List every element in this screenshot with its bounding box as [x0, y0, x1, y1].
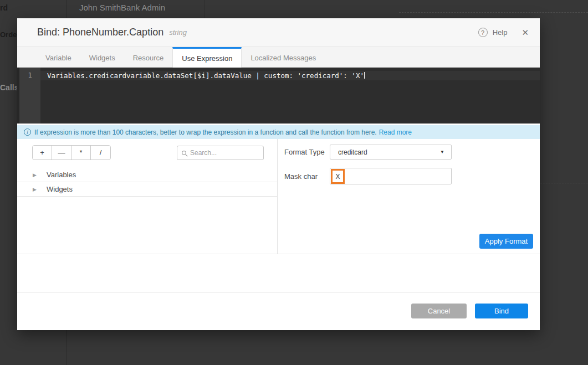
- background-topbar-divider: [204, 0, 204, 18]
- search-icon: [182, 151, 186, 155]
- expression-info-bar: i If expression is more than 100 charact…: [17, 125, 540, 139]
- bind-dialog: Bind: PhoneNumber.Caption string ? Help …: [17, 18, 540, 330]
- help-icon[interactable]: ?: [478, 28, 488, 37]
- minus-operator-button[interactable]: —: [52, 146, 71, 160]
- tab-use-expression[interactable]: Use Expression: [172, 47, 242, 68]
- tree-node-label: Widgets: [47, 185, 73, 193]
- dialog-empty-area: [17, 254, 540, 292]
- tab-widgets[interactable]: Widgets: [80, 47, 124, 67]
- bind-button[interactable]: Bind: [475, 304, 528, 318]
- tab-resource[interactable]: Resource: [124, 47, 173, 67]
- background-sidebar-item-calls: Calls: [0, 83, 18, 92]
- tree-node-widgets[interactable]: ▶ Widgets: [17, 182, 277, 197]
- editor-code-text: Variables.credicardvariable.dataSet[$i].…: [47, 71, 364, 80]
- tree-node-variables[interactable]: ▶ Variables: [17, 168, 277, 182]
- editor-line-number: 1: [19, 68, 40, 124]
- dialog-footer: Cancel Bind: [17, 292, 540, 329]
- apply-format-button[interactable]: Apply Format: [479, 234, 533, 249]
- plus-operator-button[interactable]: +: [33, 146, 52, 160]
- info-icon: i: [24, 128, 31, 136]
- mask-char-value-highlighted[interactable]: X: [331, 169, 345, 184]
- tab-variable[interactable]: Variable: [37, 47, 80, 67]
- mask-char-label: Mask char: [284, 172, 330, 181]
- dialog-tabs: Variable Widgets Resource Use Expression…: [17, 47, 540, 68]
- format-type-row: Format Type creditcard ▼: [284, 145, 540, 160]
- multiply-operator-button[interactable]: *: [71, 146, 91, 160]
- editor-code-area[interactable]: Variables.credicardvariable.dataSet[$i].…: [40, 68, 540, 124]
- format-type-select[interactable]: creditcard ▼: [330, 145, 452, 160]
- expression-toolbar: + — * /: [17, 139, 277, 160]
- expression-editor[interactable]: 1 Variables.credicardvariable.dataSet[$i…: [17, 68, 540, 124]
- editor-caret: [364, 72, 365, 79]
- binding-source-tree: ▶ Variables ▶ Widgets: [17, 168, 277, 197]
- dialog-header-actions: ? Help ✕: [478, 28, 529, 38]
- chevron-right-icon[interactable]: ▶: [33, 172, 38, 178]
- read-more-link[interactable]: Read more: [379, 128, 412, 136]
- mask-char-input[interactable]: X: [330, 168, 452, 184]
- chevron-down-icon: ▼: [440, 150, 444, 155]
- background-user-label: John SmithBank Admin: [79, 3, 165, 12]
- format-type-value: creditcard: [338, 148, 367, 156]
- background-sidebar-item-dashboard: rd: [0, 3, 8, 12]
- tab-localized-messages[interactable]: Localized Messages: [242, 47, 325, 67]
- help-link[interactable]: Help: [493, 28, 508, 37]
- chevron-right-icon[interactable]: ▶: [33, 187, 38, 192]
- dialog-header: Bind: PhoneNumber.Caption string ? Help …: [17, 18, 540, 47]
- format-type-label: Format Type: [284, 148, 330, 156]
- operator-button-group: + — * /: [32, 145, 111, 160]
- search-box[interactable]: [177, 146, 264, 160]
- search-input[interactable]: [190, 149, 259, 157]
- divide-operator-button[interactable]: /: [91, 146, 110, 160]
- background-dotted-outline-right: [540, 183, 588, 183]
- close-icon[interactable]: ✕: [521, 28, 529, 38]
- expression-sources-panel: + — * / ▶ Variables ▶ Widgets: [17, 139, 278, 254]
- info-text: If expression is more than 100 character…: [34, 128, 377, 136]
- cancel-button[interactable]: Cancel: [411, 304, 467, 318]
- dialog-title: Bind: PhoneNumber.Caption: [37, 27, 163, 38]
- tree-node-label: Variables: [47, 171, 76, 179]
- background-dotted-outline-top: [399, 12, 588, 13]
- format-panel: Format Type creditcard ▼ Mask char X App…: [278, 139, 540, 254]
- mask-char-row: Mask char X: [284, 168, 540, 184]
- editor-code-line[interactable]: Variables.credicardvariable.dataSet[$i].…: [40, 71, 540, 80]
- dialog-content: + — * / ▶ Variables ▶ Widgets: [17, 139, 540, 254]
- dialog-type-label: string: [169, 28, 187, 37]
